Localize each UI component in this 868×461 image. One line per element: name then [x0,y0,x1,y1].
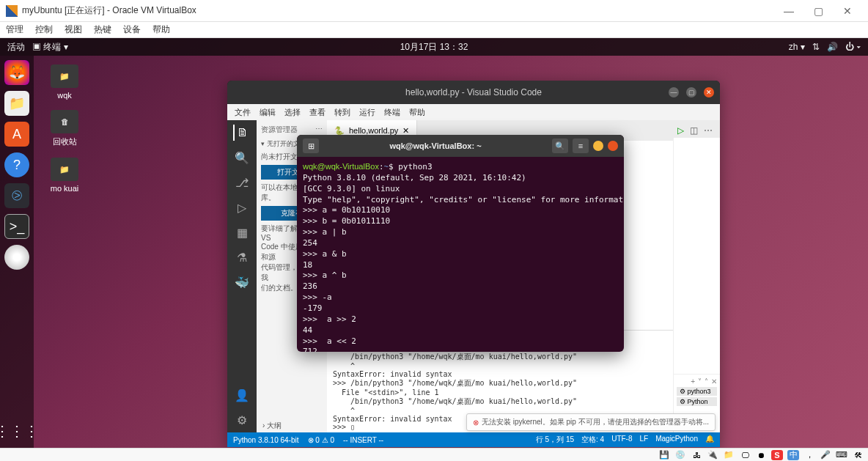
jupyter-kernel-item[interactable]: ⚙ python3 [677,387,717,396]
vbox-close-button[interactable]: ✕ [833,2,862,20]
status-vim-mode: -- INSERT -- [343,436,383,444]
ime-punct-icon[interactable]: ， [803,450,815,460]
error-icon: ⊗ [473,418,479,427]
virtualbox-status-bar: 💾 💿 🖧 🔌 📁 🖵 ⏺ S 中 ， 🎤 ⌨ 🛠 [0,448,868,461]
dock-firefox-icon[interactable]: 🦊 [4,60,29,85]
dock-show-apps-button[interactable]: ⋮⋮⋮ [4,418,29,443]
activity-flask-icon[interactable]: ⚗ [234,249,250,265]
python-file-icon: 🐍 [334,126,345,136]
status-notifications-icon[interactable]: 🔔 [705,435,714,445]
terminal-menu-button[interactable]: ≡ [573,139,589,153]
vscode-menu-go[interactable]: 转到 [334,107,350,118]
status-eol[interactable]: LF [640,435,649,445]
vbox-menu-devices[interactable]: 设备 [123,23,141,36]
desktop-folder-wqk[interactable]: 📁wqk [43,64,87,100]
dock-cd-icon[interactable] [4,245,29,270]
vscode-menu-view[interactable]: 查看 [309,107,326,118]
vscode-close-button[interactable]: ✕ [704,87,714,97]
status-python-version[interactable]: Python 3.8.10 64-bit [233,436,299,444]
activity-docker-icon[interactable]: 🐳 [234,274,250,290]
vbox-menu-hotkey[interactable]: 热键 [94,23,111,36]
vscode-menu-file[interactable]: 文件 [235,107,251,118]
gnome-terminal-window: ⊞ wqk@wqk-VirtualBox: ~ 🔍 ≡ wqk@wqk-Virt… [297,135,624,352]
dock-software-icon[interactable]: A [4,122,29,147]
virtualbox-logo-icon [6,5,18,17]
status-encoding[interactable]: UTF-8 [611,435,632,445]
dock-vscode-icon[interactable]: ⧁ [4,183,29,208]
vbox-menu-help[interactable]: 帮助 [152,23,170,36]
vbox-minimize-button[interactable]: — [774,2,803,20]
dock-help-icon[interactable]: ? [4,152,29,177]
folder-icon: 📁 [51,64,78,88]
power-icon[interactable]: ⏻ ▾ [845,42,861,52]
terminal-minimize-button[interactable] [593,141,603,151]
status-problems[interactable]: ⊗ 0 ⚠ 0 [308,436,334,444]
gnome-terminal-titlebar[interactable]: ⊞ wqk@wqk-VirtualBox: ~ 🔍 ≡ [297,135,624,157]
ime-language-icon[interactable]: 中 [787,450,799,460]
vbox-usb-icon[interactable]: 🔌 [707,450,718,460]
outline-section-header[interactable]: › 大纲 [257,419,287,432]
vbox-menu-manage[interactable]: 管理 [6,23,23,36]
vbox-network-icon[interactable]: 🖧 [691,450,702,460]
jup-expand-icon[interactable]: ˄ [705,377,708,386]
terminal-body[interactable]: wqk@wqk-VirtualBox:~$ python3 Python 3.8… [297,157,624,352]
explorer-more-icon[interactable]: ⋯ [315,125,323,135]
vbox-hdd-icon[interactable]: 💾 [658,450,670,460]
vbox-menu-view[interactable]: 视图 [65,23,82,36]
vscode-maximize-button[interactable]: ▢ [686,87,696,97]
vscode-menu-selection[interactable]: 选择 [284,107,301,118]
jupyter-kernel-item[interactable]: ⚙ Python [677,397,717,406]
vbox-menu-control[interactable]: 控制 [35,23,53,36]
input-source-indicator[interactable]: zh ▾ [789,42,805,52]
split-editor-icon[interactable]: ◫ [690,125,698,136]
virtualbox-menubar: 管理 控制 视图 热键 设备 帮助 [0,22,868,38]
run-button-icon[interactable]: ▷ [677,125,684,136]
activity-explorer-icon[interactable]: 🗎 [233,125,249,141]
activity-extensions-icon[interactable]: ▦ [234,224,250,240]
vbox-maximize-button[interactable]: ▢ [803,2,833,20]
jup-close-icon[interactable]: ✕ [711,377,717,386]
activity-search-icon[interactable]: 🔍 [234,150,250,166]
vbox-display-icon[interactable]: 🖵 [739,450,751,460]
status-indentation[interactable]: 空格: 4 [581,435,604,445]
desktop-folder-mokuai[interactable]: 📁mo kuai [43,158,87,193]
terminal-new-tab-button[interactable]: ⊞ [303,139,319,153]
jup-collapse-icon[interactable]: ˅ [698,377,702,386]
vscode-status-bar: Python 3.8.10 64-bit ⊗ 0 ⚠ 0 -- INSERT -… [227,432,720,447]
vbox-shared-icon[interactable]: 📁 [723,450,735,460]
vscode-menu-terminal[interactable]: 终端 [384,107,400,118]
vscode-notification-toast[interactable]: ⊗ 无法安装 ipykernel。如果 pip 不可用，请使用选择的包管理器手动… [466,413,716,431]
desktop-trash[interactable]: 🗑回收站 [43,110,87,147]
dock-terminal-icon[interactable]: >_ [4,214,29,239]
gnome-top-bar: 活动 ▣ 终端 ▾ 10月17日 13：32 zh ▾ ⇅ 🔊 ⏻ ▾ [0,38,868,56]
vbox-record-icon[interactable]: ⏺ [755,450,767,460]
activity-scm-icon[interactable]: ⎇ [234,174,250,191]
vscode-menu-run[interactable]: 运行 [359,107,375,118]
status-cursor-position[interactable]: 行 5，列 15 [536,435,574,445]
terminal-close-button[interactable] [608,141,618,151]
vscode-menu-help[interactable]: 帮助 [409,107,425,118]
status-language-mode[interactable]: MagicPython [655,435,698,445]
vscode-menu-edit[interactable]: 编辑 [260,107,276,118]
tab-close-icon[interactable]: ✕ [402,126,409,136]
topbar-app-terminal[interactable]: ▣ 终端 ▾ [32,41,68,54]
dock-files-icon[interactable]: 📁 [4,91,29,116]
vscode-minimize-button[interactable]: — [669,87,679,97]
ime-keyboard-icon[interactable]: ⌨ [836,450,847,460]
gnome-clock[interactable]: 10月17日 13：32 [400,41,468,54]
activity-settings-icon[interactable]: ⚙ [234,412,250,428]
terminal-search-button[interactable]: 🔍 [552,139,568,153]
vm-guest-screen: 活动 ▣ 终端 ▾ 10月17日 13：32 zh ▾ ⇅ 🔊 ⏻ ▾ 🦊 📁 … [0,38,868,448]
ime-mic-icon[interactable]: 🎤 [820,450,831,460]
network-icon[interactable]: ⇅ [812,42,820,52]
more-actions-icon[interactable]: ⋯ [704,125,713,136]
activity-debug-icon[interactable]: ▷ [234,199,250,215]
vbox-cd-icon[interactable]: 💿 [674,450,686,460]
activities-button[interactable]: 活动 [7,41,25,54]
volume-icon[interactable]: 🔊 [827,42,838,52]
ime-sogou-icon[interactable]: S [771,450,783,460]
activity-account-icon[interactable]: 👤 [234,387,250,403]
virtualbox-titlebar: myUbuntu [正在运行] - Oracle VM VirtualBox —… [0,0,868,22]
ime-settings-icon[interactable]: 🛠 [852,450,864,460]
jup-add-icon[interactable]: + [691,377,695,386]
